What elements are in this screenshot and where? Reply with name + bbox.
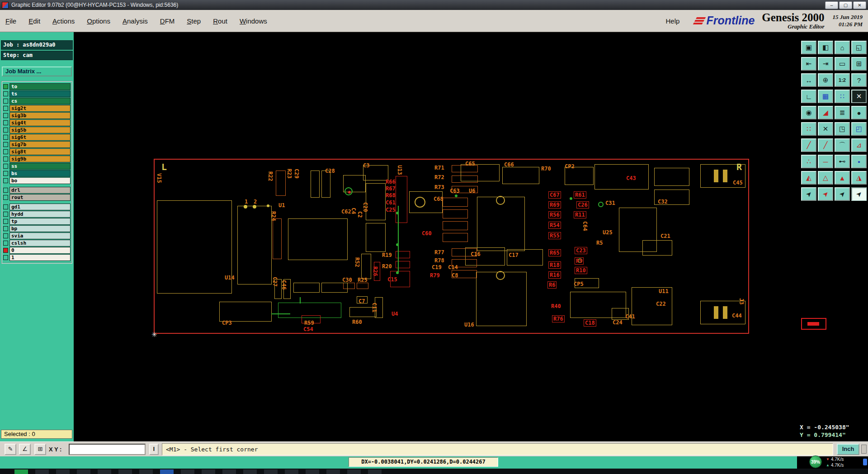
close-button[interactable]: ✕ [853, 1, 866, 9]
pcb-canvas[interactable]: LRV15R22R23C29C28C3U13R66R67R68C61C25R71… [74, 32, 797, 441]
arc-button[interactable]: ⌒ [835, 138, 850, 152]
layer-name[interactable]: bo [9, 177, 71, 184]
menu-help[interactable]: Help [666, 17, 680, 25]
pad-line-button[interactable]: ⊷ [835, 155, 850, 168]
dot-button[interactable]: ● [851, 106, 867, 119]
layer-name[interactable]: drl [9, 187, 71, 194]
layer-name[interactable]: bs [9, 170, 71, 177]
frame-button[interactable]: ◰ [851, 122, 867, 136]
layer-row-drl[interactable]: drl [3, 187, 71, 194]
layer-row-0[interactable]: 0 [3, 247, 71, 254]
layer-visibility-checkbox[interactable] [3, 226, 8, 231]
snap-grid-tool-button[interactable]: ⊞ [34, 444, 46, 455]
taskbar-app-tile[interactable] [326, 469, 340, 474]
taskbar-app-tile[interactable] [285, 469, 298, 474]
dots-red-button[interactable]: ∴ [801, 155, 816, 168]
minimize-button[interactable]: – [825, 1, 838, 9]
layer-visibility-checkbox[interactable] [3, 233, 8, 238]
zoom-fit-button[interactable]: ↔ [801, 73, 816, 87]
layer-visibility-checkbox[interactable] [3, 91, 8, 96]
pad-button[interactable]: ◉ [801, 106, 816, 119]
text-right-button[interactable]: ◮ [851, 171, 867, 185]
layer-visibility-checkbox[interactable] [3, 142, 8, 147]
square-blue-button[interactable]: ▪ [851, 155, 867, 168]
erase-button[interactable]: ✕ [818, 122, 833, 136]
layer-visibility-checkbox[interactable] [3, 188, 8, 193]
taskbar-app-tile[interactable] [243, 469, 257, 474]
resize-grip[interactable] [861, 445, 867, 454]
layer-row-sig3b[interactable]: sig3b [3, 112, 71, 119]
layer-visibility-checkbox[interactable] [3, 171, 8, 176]
layer-name[interactable]: sig5b [9, 127, 71, 133]
layer-visibility-checkbox[interactable] [3, 204, 8, 209]
layer-visibility-checkbox[interactable] [3, 156, 8, 161]
screen-button[interactable]: ◧ [818, 41, 833, 54]
pattern-button[interactable]: ∷ [801, 122, 816, 136]
layer-row-cs[interactable]: cs [3, 98, 71, 104]
select-arrow-4-button[interactable]: ➤ [851, 187, 867, 201]
menu-options[interactable]: Options [87, 17, 110, 25]
taskbar-app-tile[interactable] [347, 469, 361, 474]
layer-name[interactable]: svia [9, 232, 71, 239]
layer-row-tp[interactable]: tp [3, 218, 71, 225]
net-points-button[interactable]: ∷ [835, 90, 850, 103]
layer-visibility-checkbox[interactable] [3, 149, 8, 154]
layer-name[interactable]: sig6t [9, 134, 71, 141]
layer-name[interactable]: hydd [9, 211, 71, 218]
text-solid-button[interactable]: ▲ [835, 171, 850, 185]
menu-dfm[interactable]: DFM [160, 17, 175, 25]
layer-name[interactable]: ss [9, 163, 71, 170]
menu-analysis[interactable]: Analysis [123, 17, 148, 25]
layer-row-sig2t[interactable]: sig2t [3, 105, 71, 112]
maximize-button[interactable]: ▢ [839, 1, 852, 9]
layer-name[interactable]: ts [9, 90, 71, 97]
layer-name[interactable]: sig2t [9, 105, 71, 112]
insert-mode-button[interactable]: I [149, 444, 159, 455]
grid-snap-button[interactable]: ⊞ [851, 57, 867, 71]
home-view-button[interactable]: ⌂ [835, 41, 850, 54]
select-arrow-1-button[interactable]: ➤ [801, 187, 816, 201]
layer-name[interactable]: sig9b [9, 156, 71, 162]
taskbar-app-tile[interactable] [56, 469, 70, 474]
layer-row-bo[interactable]: bo [3, 177, 71, 184]
layer-visibility-checkbox[interactable] [3, 255, 8, 260]
line-measure-button[interactable]: ╱ [818, 138, 833, 152]
line-diagonal-button[interactable]: ╱ [801, 138, 816, 152]
layer-visibility-checkbox[interactable] [3, 113, 8, 118]
taskbar-app-tile[interactable] [139, 469, 153, 474]
fill-corner-button[interactable]: ◢ [818, 106, 833, 119]
layer-row-to[interactable]: to [3, 83, 71, 90]
layer-name[interactable]: 0 [9, 247, 71, 254]
layer-row-cslsh[interactable]: cslsh [3, 240, 71, 246]
menu-file[interactable]: File [5, 17, 16, 25]
angle-button[interactable]: ⊿ [851, 138, 867, 152]
clip-area-button[interactable]: ▭ [835, 57, 850, 71]
layer-row-sig5b[interactable]: sig5b [3, 127, 71, 133]
layer-visibility-checkbox[interactable] [3, 99, 8, 104]
layer-visibility-checkbox[interactable] [3, 106, 8, 111]
taskbar-app-tile[interactable] [222, 469, 236, 474]
layer-row-gd1[interactable]: gd1 [3, 204, 71, 210]
zoom-center-button[interactable]: ⊕ [818, 73, 833, 87]
taskbar-app-tile[interactable] [98, 469, 111, 474]
zoom-help-button[interactable]: ? [851, 73, 867, 87]
slope-tool-button[interactable]: ∠ [19, 444, 31, 455]
layer-row-sig7b[interactable]: sig7b [3, 141, 71, 148]
sketch-tool-button[interactable]: ✎ [5, 444, 16, 455]
measure-button[interactable]: ∟ [801, 90, 816, 103]
layer-visibility-checkbox[interactable] [3, 120, 8, 125]
select-arrow-2-button[interactable]: ➤ [818, 187, 833, 201]
layer-row-svia[interactable]: svia [3, 232, 71, 239]
job-matrix-button[interactable]: Job Matrix ... [2, 66, 72, 76]
menu-rout[interactable]: Rout [213, 17, 227, 25]
delete-button[interactable]: ✕ [851, 90, 867, 103]
layer-visibility-checkbox[interactable] [3, 164, 8, 169]
layer-row-hydd[interactable]: hydd [3, 211, 71, 218]
page-copy-button[interactable]: ▣ [801, 41, 816, 54]
taskbar-app-tile[interactable] [118, 469, 132, 474]
windows-taskbar[interactable] [0, 469, 868, 474]
layer-name[interactable]: cslsh [9, 240, 71, 246]
layer-name[interactable]: sig8t [9, 148, 71, 155]
layer-visibility-checkbox[interactable] [3, 219, 8, 224]
menu-step[interactable]: Step [187, 17, 201, 25]
